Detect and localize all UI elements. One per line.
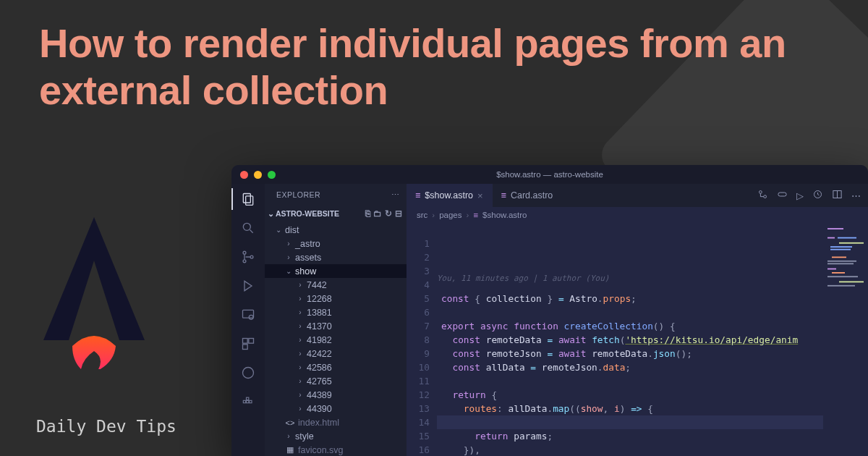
svg-point-9 xyxy=(249,315,253,319)
extensions-icon[interactable] xyxy=(240,336,256,352)
window-title: $show.astro — astro-website xyxy=(496,170,603,179)
svg-rect-33 xyxy=(832,257,846,258)
toggle-icon[interactable] xyxy=(777,189,788,202)
traffic-lights xyxy=(240,171,276,179)
svg-point-13 xyxy=(243,368,254,379)
code-line[interactable] xyxy=(437,374,868,388)
svg-rect-26 xyxy=(827,237,835,239)
activity-bar xyxy=(231,184,265,456)
folder-node[interactable]: ›12268 xyxy=(265,292,407,305)
svg-rect-11 xyxy=(249,339,254,344)
folder-node[interactable]: ›42586 xyxy=(265,360,407,374)
explorer-icon[interactable] xyxy=(240,191,256,207)
svg-rect-16 xyxy=(250,400,252,402)
folder-node[interactable]: ›41982 xyxy=(265,333,407,347)
run-debug-icon[interactable] xyxy=(240,278,256,294)
folder-node[interactable]: ⌄dist xyxy=(265,223,407,237)
source-control-icon[interactable] xyxy=(240,249,256,265)
tab--show-astro[interactable]: ≡$show.astro× xyxy=(407,184,493,207)
minimap[interactable] xyxy=(823,223,868,456)
close-icon[interactable]: × xyxy=(477,190,483,201)
run-icon[interactable]: ▷ xyxy=(796,190,804,201)
docker-icon[interactable] xyxy=(240,394,256,410)
code-line[interactable]: return { xyxy=(437,388,868,402)
sidebar-title: EXPLORER xyxy=(276,190,320,199)
svg-rect-37 xyxy=(827,276,858,277)
svg-line-3 xyxy=(250,230,253,233)
code-line[interactable]: export async function createCollection()… xyxy=(437,319,868,333)
code-line[interactable]: const allData = remoteJson.data; xyxy=(437,360,868,374)
svg-rect-34 xyxy=(832,272,845,274)
compare-icon[interactable] xyxy=(757,189,768,202)
crumb-segment[interactable]: $show.astro xyxy=(482,211,527,219)
project-header[interactable]: ⌄ASTRO-WEBSITE ⎘ 🗀 ↻ ⊟ xyxy=(265,206,407,221)
svg-rect-17 xyxy=(247,397,249,400)
folder-node[interactable]: ⌄show xyxy=(265,264,407,278)
svg-rect-14 xyxy=(243,400,245,402)
svg-point-18 xyxy=(760,191,762,194)
zoom-button[interactable] xyxy=(268,171,276,179)
folder-node[interactable]: ›style xyxy=(265,429,407,443)
svg-rect-30 xyxy=(830,249,851,250)
file-node[interactable]: ▦favicon.svg xyxy=(265,443,407,456)
collapse-icon[interactable]: ⊟ xyxy=(395,208,402,219)
svg-rect-10 xyxy=(243,339,248,344)
folder-node[interactable]: ›assets xyxy=(265,250,407,264)
folder-node[interactable]: ›42422 xyxy=(265,347,407,360)
sidebar: EXPLORER ⋯ ⌄ASTRO-WEBSITE ⎘ 🗀 ↻ ⊟ ⌄dist›… xyxy=(265,184,407,456)
code-line[interactable]: return params; xyxy=(437,429,868,443)
github-icon[interactable] xyxy=(240,365,256,381)
code-line[interactable]: routes: allData.map((show, i) => { xyxy=(437,402,868,415)
tab-bar: ≡$show.astro×≡Card.astro ▷ ⋯ xyxy=(407,184,868,207)
code-line[interactable]: const remoteData = await fetch('https://… xyxy=(437,333,868,347)
svg-rect-35 xyxy=(827,261,856,262)
folder-node[interactable]: ›42765 xyxy=(265,374,407,388)
folder-node[interactable]: ›44390 xyxy=(265,402,407,415)
svg-rect-29 xyxy=(830,246,852,248)
remote-explorer-icon[interactable] xyxy=(240,307,256,323)
folder-node[interactable]: ›44389 xyxy=(265,388,407,402)
folder-node[interactable]: ›7442 xyxy=(265,278,407,292)
tab-Card-astro[interactable]: ≡Card.astro xyxy=(493,184,563,207)
svg-point-5 xyxy=(243,260,246,263)
folder-node[interactable]: ›_astro xyxy=(265,237,407,250)
crumb-segment[interactable]: src xyxy=(417,211,427,219)
new-folder-icon[interactable]: 🗀 xyxy=(373,208,382,219)
svg-rect-8 xyxy=(243,310,254,318)
new-file-icon[interactable]: ⎘ xyxy=(365,208,370,219)
file-node[interactable]: <>index.html xyxy=(265,415,407,429)
more-icon[interactable]: ⋯ xyxy=(391,190,400,199)
clock-icon[interactable] xyxy=(812,189,823,202)
refresh-icon[interactable]: ↻ xyxy=(385,208,392,219)
code-editor[interactable]: 12345678910111213141516171819 You, 11 mi… xyxy=(407,223,868,456)
close-button[interactable] xyxy=(240,171,248,179)
file-tree: ⌄dist›_astro›assets⌄show›7442›12268›1388… xyxy=(265,221,407,456)
svg-rect-15 xyxy=(247,400,249,402)
crumb-segment[interactable]: pages xyxy=(439,211,461,219)
svg-rect-36 xyxy=(827,263,854,264)
svg-rect-32 xyxy=(839,282,864,283)
credit-text: Daily Dev Tips xyxy=(36,417,176,436)
breadcrumb[interactable]: src› pages› ≡$show.astro xyxy=(407,207,868,223)
code-line[interactable] xyxy=(437,305,868,319)
svg-point-4 xyxy=(243,251,246,254)
minimize-button[interactable] xyxy=(254,171,262,179)
folder-node[interactable]: ›41370 xyxy=(265,319,407,333)
search-icon[interactable] xyxy=(240,220,256,236)
more-actions-icon[interactable]: ⋯ xyxy=(851,190,861,201)
titlebar: $show.astro — astro-website xyxy=(231,165,868,184)
svg-rect-0 xyxy=(243,194,250,203)
svg-rect-28 xyxy=(838,237,856,239)
svg-marker-7 xyxy=(244,281,252,290)
svg-point-6 xyxy=(250,256,253,258)
page-title: How to render individual pages from an e… xyxy=(39,20,829,114)
split-editor-icon[interactable] xyxy=(832,189,843,202)
project-name: ASTRO-WEBSITE xyxy=(276,209,339,218)
code-line[interactable]: }), xyxy=(437,443,868,456)
folder-node[interactable]: ›13881 xyxy=(265,305,407,319)
code-line[interactable]: const remoteJson = await remoteData.json… xyxy=(437,347,868,360)
code-line[interactable]: const { collection } = Astro.props; xyxy=(437,292,868,305)
svg-rect-12 xyxy=(243,345,248,350)
chevron-down-icon: ⌄ xyxy=(268,209,274,218)
svg-point-2 xyxy=(243,223,250,230)
